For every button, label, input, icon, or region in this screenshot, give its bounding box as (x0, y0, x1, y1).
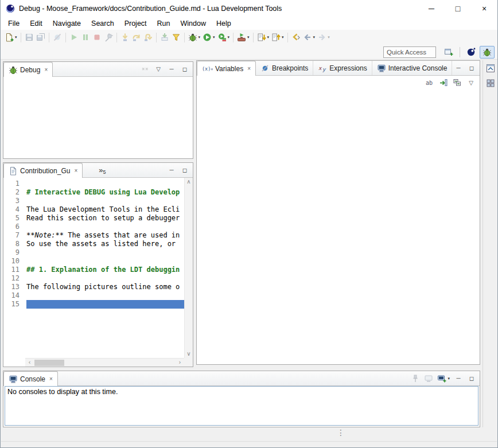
minimized-view-stack-button[interactable] (484, 77, 497, 89)
save-icon (25, 33, 34, 42)
maximize-window-button[interactable]: □ (445, 0, 471, 17)
maximize-view-button[interactable]: ◻ (467, 63, 476, 73)
app-logo-icon (6, 4, 15, 13)
horizontal-scrollbar[interactable]: ‹ › (25, 358, 184, 367)
run-button[interactable]: ▾ (201, 31, 216, 44)
next-annotation-button[interactable]: ▾ (256, 31, 271, 44)
open-perspective-button[interactable] (441, 46, 456, 59)
tab-debug[interactable]: Debug× (3, 62, 53, 77)
line-number: 4 (3, 205, 25, 214)
restore-minimized-views-button[interactable] (484, 62, 497, 75)
debug-button[interactable]: ▾ (187, 31, 202, 44)
maximize-view-button[interactable]: ◻ (180, 165, 189, 176)
maximize-view-button[interactable]: ◻ (180, 64, 189, 75)
menu-navigate[interactable]: Navigate (48, 18, 86, 29)
external-tools-icon (237, 33, 246, 42)
breakpoints-icon (260, 64, 270, 73)
disconnect-icon (104, 33, 113, 42)
maximize-view-icon: ◻ (182, 66, 187, 72)
save-all-icon (36, 33, 45, 42)
maximize-view-button[interactable]: ◻ (467, 373, 476, 384)
console-icon (9, 375, 18, 384)
sash-gripper[interactable]: ⋮ (337, 428, 345, 437)
menu-help[interactable]: Help (211, 18, 236, 29)
console-message: No consoles to display at this time. (7, 388, 118, 396)
menu-window[interactable]: Window (176, 18, 211, 29)
separator (49, 33, 49, 42)
coverage-button[interactable]: ▾ (216, 31, 231, 44)
close-icon[interactable]: × (247, 65, 251, 72)
pin-console-icon (411, 374, 420, 383)
tab-contribution-gu[interactable]: Contribution_Gu× (3, 163, 83, 178)
tab-breakpoints[interactable]: Breakpoints (256, 61, 313, 75)
variables-content[interactable] (197, 89, 480, 364)
scroll-left-icon[interactable]: ‹ (25, 359, 34, 367)
scroll-up-icon[interactable]: ∧ (185, 178, 193, 186)
horizontal-scrollbar-thumb[interactable] (34, 360, 64, 366)
show-type-names-button[interactable]: ab (425, 77, 434, 88)
debug-view-icon (9, 65, 18, 75)
coverage-icon (217, 33, 227, 42)
line-number-ruler[interactable]: 123456789101112131415 (3, 178, 25, 358)
menu-run[interactable]: Run (152, 18, 176, 29)
menu-edit[interactable]: Edit (25, 18, 48, 29)
close-window-button[interactable]: × (471, 0, 497, 17)
variables-tabs: (x)=Variables×BreakpointsxyExpressionsIn… (197, 61, 452, 75)
next-annotation-icon (257, 33, 266, 42)
new-button[interactable]: ▾ (3, 31, 18, 44)
code-area[interactable]: # Interactive DEBUG using Lua DevelopThe… (26, 178, 184, 358)
hidden-editors-chevron[interactable]: » 5 (99, 163, 106, 177)
show-type-names-icon: ab (425, 78, 434, 87)
view-menu-button[interactable]: ▽ (154, 64, 163, 75)
open-perspective-icon (444, 48, 453, 57)
previous-annotation-button[interactable]: ▾ (270, 31, 285, 44)
tab-expressions[interactable]: xyExpressions (313, 61, 372, 75)
collapse-all-button[interactable] (453, 77, 462, 88)
menu-project[interactable]: Project (119, 18, 152, 29)
remove-all-terminated-button (141, 64, 150, 75)
close-icon[interactable]: × (74, 167, 77, 174)
show-logical-structure-button[interactable] (439, 77, 448, 88)
vertical-scrollbar[interactable]: ∧ ∨ (184, 178, 193, 358)
last-edit-location-button[interactable] (290, 31, 302, 44)
chevron-icon: » (99, 166, 103, 174)
debug-tabs: Debug× (3, 62, 53, 76)
debug-perspective-button[interactable] (480, 46, 495, 59)
scroll-right-icon[interactable]: › (176, 359, 184, 367)
resume-button (68, 31, 80, 44)
minimize-view-button[interactable]: ─ (167, 64, 176, 75)
menu-file[interactable]: File (3, 18, 25, 29)
code-line: ## 1. Explanation of the LDT debuggin (26, 266, 184, 274)
code-segment: Read this section to setup a debugger (26, 214, 180, 222)
tab-interactive-console[interactable]: Interactive Console (372, 61, 453, 75)
tab-console[interactable]: Console× (3, 371, 58, 386)
tab-label: Variables (215, 65, 243, 73)
minimize-window-button[interactable]: ─ (418, 0, 445, 17)
open-console-button[interactable]: ▾ (437, 373, 450, 384)
close-icon[interactable]: × (49, 376, 53, 382)
minimize-view-button[interactable]: ─ (167, 165, 176, 176)
svg-text:ab: ab (426, 80, 433, 86)
code-line (26, 257, 184, 266)
console-tabbar: Console× ▾─◻ (3, 371, 480, 386)
minimize-view-button[interactable]: ─ (454, 373, 463, 384)
code-line: # Interactive DEBUG using Lua Develop (26, 188, 184, 197)
scroll-down-icon[interactable]: ∨ (185, 350, 193, 358)
line-number: 10 (3, 257, 25, 266)
variables-tabbar: (x)=Variables×BreakpointsxyExpressionsIn… (197, 61, 480, 76)
external-tools-button[interactable]: ▾ (236, 31, 251, 44)
view-menu-button[interactable]: ▽ (466, 77, 476, 88)
use-step-filters-button[interactable] (170, 31, 182, 44)
code-line: Read this section to setup a debugger (26, 214, 184, 223)
lua-perspective-button[interactable] (464, 46, 478, 59)
close-icon[interactable]: × (44, 67, 48, 73)
minimize-view-button[interactable]: ─ (454, 63, 463, 73)
tray-restore-icon (486, 64, 495, 73)
console-content[interactable]: No consoles to display at this time. (5, 386, 478, 426)
variables-view-panel: (x)=Variables×BreakpointsxyExpressionsIn… (196, 60, 480, 365)
menu-search[interactable]: Search (86, 18, 119, 29)
tab-variables[interactable]: (x)=Variables× (197, 61, 256, 76)
debug-view-content[interactable] (3, 77, 193, 158)
quick-access-input[interactable] (383, 46, 436, 58)
back-button[interactable]: ▾ (302, 31, 317, 44)
